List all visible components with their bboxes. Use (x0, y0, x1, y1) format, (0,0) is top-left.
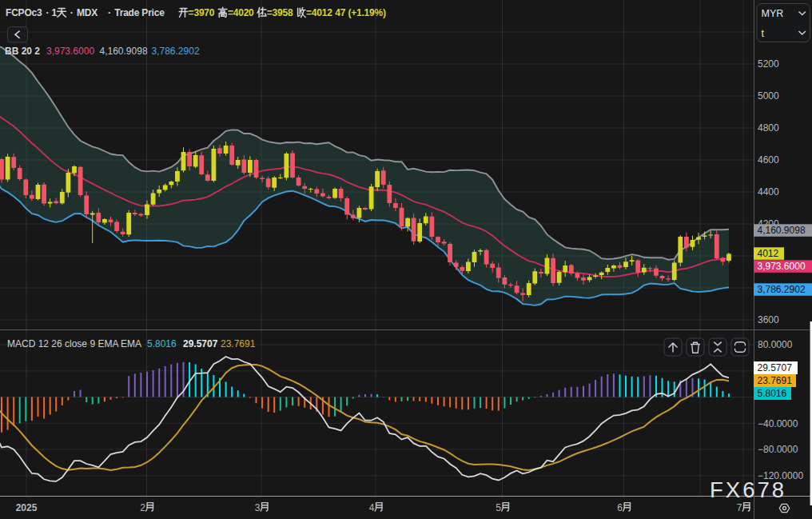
svg-text:47 (+1.19%): 47 (+1.19%) (335, 7, 386, 18)
svg-text:2025: 2025 (16, 502, 38, 513)
svg-text:80.0000: 80.0000 (758, 339, 793, 350)
svg-text:3: 3 (255, 502, 261, 513)
svg-text:t: t (762, 28, 765, 39)
svg-text:·: · (70, 7, 74, 18)
svg-text:23.7691: 23.7691 (758, 375, 793, 386)
svg-text:4800: 4800 (758, 122, 779, 134)
svg-text:29.5707: 29.5707 (758, 362, 793, 373)
svg-text:=3958: =3958 (267, 7, 293, 18)
svg-text:−80.0000: −80.0000 (758, 444, 798, 455)
svg-text:BB 20 2: BB 20 2 (5, 46, 40, 57)
svg-text:1: 1 (52, 7, 58, 18)
svg-text:4: 4 (369, 502, 375, 513)
svg-text:3,973.6000: 3,973.6000 (758, 261, 806, 272)
svg-text:·: · (108, 7, 111, 18)
svg-text:5200: 5200 (758, 58, 779, 70)
svg-text:−120.0000: −120.0000 (758, 470, 803, 481)
svg-text:3,786.2902: 3,786.2902 (152, 46, 200, 57)
svg-text:·: · (46, 7, 50, 18)
svg-text:3,786.2902: 3,786.2902 (758, 284, 806, 295)
svg-text:=4012: =4012 (306, 7, 332, 18)
svg-text:=4020: =4020 (228, 7, 254, 18)
svg-text:5.8016: 5.8016 (147, 338, 177, 349)
svg-text:3,973.6000: 3,973.6000 (46, 46, 94, 57)
svg-text:23.7691: 23.7691 (221, 338, 256, 349)
svg-text:2: 2 (140, 502, 145, 513)
svg-text:Trade Price: Trade Price (114, 7, 165, 18)
svg-text:4400: 4400 (758, 186, 779, 198)
svg-text:4,160.9098: 4,160.9098 (100, 46, 148, 57)
svg-text:MDX: MDX (77, 7, 98, 18)
svg-text:6: 6 (617, 502, 623, 513)
svg-text:5.8016: 5.8016 (758, 388, 787, 399)
svg-text:7: 7 (737, 502, 742, 513)
svg-text:29.5707: 29.5707 (183, 338, 218, 349)
svg-text:5: 5 (496, 502, 501, 513)
svg-text:5000: 5000 (758, 90, 779, 102)
svg-text:MACD 12 26 close 9 EMA EMA: MACD 12 26 close 9 EMA EMA (7, 338, 141, 349)
svg-text:4,160.9098: 4,160.9098 (758, 225, 806, 236)
svg-text:3600: 3600 (758, 314, 779, 325)
svg-text:FCPOc3: FCPOc3 (6, 7, 42, 18)
svg-text:=3970: =3970 (189, 7, 215, 18)
svg-text:−40.0000: −40.0000 (758, 418, 798, 429)
svg-text:MYR: MYR (762, 8, 784, 19)
svg-text:4012: 4012 (758, 248, 779, 259)
svg-text:4600: 4600 (758, 154, 779, 166)
